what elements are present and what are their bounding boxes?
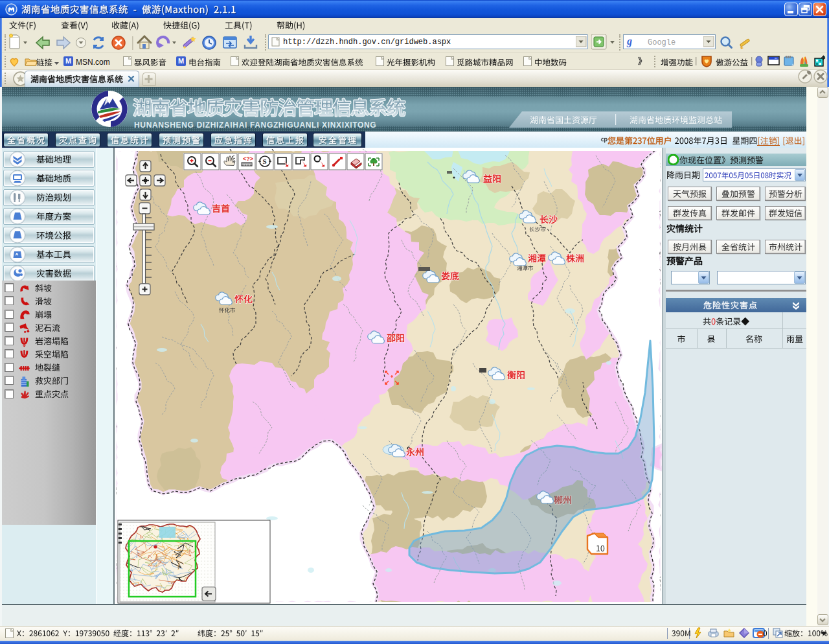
svg-text:<?>: <?> xyxy=(243,155,253,162)
svg-text:S: S xyxy=(263,157,267,165)
